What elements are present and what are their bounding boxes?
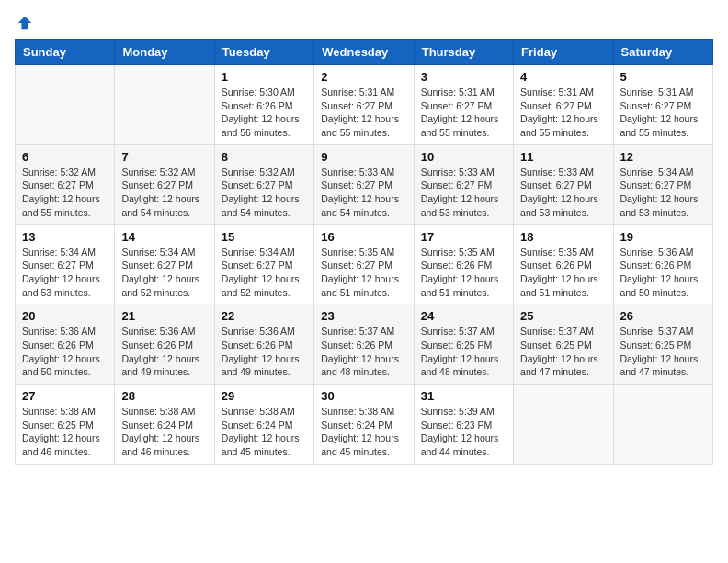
day-info: Sunrise: 5:37 AM Sunset: 6:25 PM Dayligh… [421,325,506,379]
day-info: Sunrise: 5:37 AM Sunset: 6:25 PM Dayligh… [520,325,606,379]
calendar-day-12: 12Sunrise: 5:34 AM Sunset: 6:27 PM Dayli… [613,144,712,224]
calendar-week-4: 20Sunrise: 5:36 AM Sunset: 6:26 PM Dayli… [16,304,713,385]
calendar-header-row: SundayMondayTuesdayWednesdayThursdayFrid… [16,40,713,65]
day-info: Sunrise: 5:38 AM Sunset: 6:25 PM Dayligh… [22,405,108,459]
day-number: 20 [22,309,108,323]
day-number: 2 [321,70,406,84]
calendar-day-16: 16Sunrise: 5:35 AM Sunset: 6:27 PM Dayli… [314,224,414,304]
calendar-day-9: 9Sunrise: 5:33 AM Sunset: 6:27 PM Daylig… [314,144,414,224]
day-number: 24 [421,309,506,323]
calendar-day-1: 1Sunrise: 5:30 AM Sunset: 6:26 PM Daylig… [214,65,313,145]
calendar-day-17: 17Sunrise: 5:35 AM Sunset: 6:26 PM Dayli… [414,224,513,304]
calendar-week-2: 6Sunrise: 5:32 AM Sunset: 6:27 PM Daylig… [16,144,713,224]
calendar-day-21: 21Sunrise: 5:36 AM Sunset: 6:26 PM Dayli… [115,304,214,385]
day-number: 29 [222,389,307,403]
day-info: Sunrise: 5:32 AM Sunset: 6:27 PM Dayligh… [22,166,108,220]
calendar-day-29: 29Sunrise: 5:38 AM Sunset: 6:24 PM Dayli… [214,385,313,465]
day-number: 11 [520,150,606,164]
day-number: 23 [321,309,406,323]
calendar-day-30: 30Sunrise: 5:38 AM Sunset: 6:24 PM Dayli… [314,385,414,465]
empty-cell [16,65,115,145]
calendar-day-25: 25Sunrise: 5:37 AM Sunset: 6:25 PM Dayli… [514,304,613,385]
day-info: Sunrise: 5:34 AM Sunset: 6:27 PM Dayligh… [222,246,307,300]
day-number: 30 [321,389,406,403]
day-info: Sunrise: 5:33 AM Sunset: 6:27 PM Dayligh… [321,166,406,220]
day-number: 8 [222,150,307,164]
column-header-tuesday: Tuesday [214,40,313,65]
calendar-day-19: 19Sunrise: 5:36 AM Sunset: 6:26 PM Dayli… [613,224,712,304]
empty-cell [514,385,613,465]
day-number: 10 [421,150,506,164]
calendar-week-3: 13Sunrise: 5:34 AM Sunset: 6:27 PM Dayli… [16,224,713,304]
calendar-day-14: 14Sunrise: 5:34 AM Sunset: 6:27 PM Dayli… [115,224,214,304]
calendar-day-3: 3Sunrise: 5:31 AM Sunset: 6:27 PM Daylig… [414,65,513,145]
day-info: Sunrise: 5:36 AM Sunset: 6:26 PM Dayligh… [222,325,307,379]
day-info: Sunrise: 5:37 AM Sunset: 6:26 PM Dayligh… [321,325,406,379]
day-number: 5 [620,70,706,84]
calendar-day-11: 11Sunrise: 5:33 AM Sunset: 6:27 PM Dayli… [514,144,613,224]
day-number: 13 [22,230,108,244]
calendar-day-18: 18Sunrise: 5:35 AM Sunset: 6:26 PM Dayli… [514,224,613,304]
day-number: 22 [222,309,307,323]
calendar-day-2: 2Sunrise: 5:31 AM Sunset: 6:27 PM Daylig… [314,65,414,145]
day-info: Sunrise: 5:39 AM Sunset: 6:23 PM Dayligh… [421,405,506,459]
calendar-day-27: 27Sunrise: 5:38 AM Sunset: 6:25 PM Dayli… [16,385,115,465]
day-number: 16 [321,230,406,244]
day-number: 6 [22,150,108,164]
day-info: Sunrise: 5:31 AM Sunset: 6:27 PM Dayligh… [620,86,706,140]
day-number: 17 [421,230,506,244]
column-header-thursday: Thursday [414,40,513,65]
column-header-monday: Monday [115,40,214,65]
day-number: 4 [520,70,606,84]
day-number: 15 [222,230,307,244]
day-info: Sunrise: 5:32 AM Sunset: 6:27 PM Dayligh… [222,166,307,220]
day-info: Sunrise: 5:34 AM Sunset: 6:27 PM Dayligh… [22,246,108,300]
day-number: 21 [121,309,207,323]
calendar-day-20: 20Sunrise: 5:36 AM Sunset: 6:26 PM Dayli… [16,304,115,385]
calendar-day-7: 7Sunrise: 5:32 AM Sunset: 6:27 PM Daylig… [115,144,214,224]
day-info: Sunrise: 5:36 AM Sunset: 6:26 PM Dayligh… [121,325,207,379]
day-info: Sunrise: 5:32 AM Sunset: 6:27 PM Dayligh… [121,166,207,220]
day-info: Sunrise: 5:38 AM Sunset: 6:24 PM Dayligh… [121,405,207,459]
day-number: 14 [121,230,207,244]
calendar-day-8: 8Sunrise: 5:32 AM Sunset: 6:27 PM Daylig… [214,144,313,224]
day-number: 27 [22,389,108,403]
calendar-week-5: 27Sunrise: 5:38 AM Sunset: 6:25 PM Dayli… [16,385,713,465]
calendar-day-10: 10Sunrise: 5:33 AM Sunset: 6:27 PM Dayli… [414,144,513,224]
calendar-day-24: 24Sunrise: 5:37 AM Sunset: 6:25 PM Dayli… [414,304,513,385]
calendar-day-13: 13Sunrise: 5:34 AM Sunset: 6:27 PM Dayli… [16,224,115,304]
empty-cell [115,65,214,145]
day-info: Sunrise: 5:34 AM Sunset: 6:27 PM Dayligh… [121,246,207,300]
column-header-sunday: Sunday [16,40,115,65]
day-info: Sunrise: 5:35 AM Sunset: 6:26 PM Dayligh… [520,246,606,300]
day-info: Sunrise: 5:35 AM Sunset: 6:26 PM Dayligh… [421,246,506,300]
svg-marker-0 [18,17,31,29]
page-header [15,15,713,31]
day-number: 31 [421,389,506,403]
empty-cell [613,385,712,465]
day-number: 28 [121,389,207,403]
day-info: Sunrise: 5:35 AM Sunset: 6:27 PM Dayligh… [321,246,406,300]
day-number: 1 [222,70,307,84]
day-info: Sunrise: 5:36 AM Sunset: 6:26 PM Dayligh… [22,325,108,379]
calendar-day-22: 22Sunrise: 5:36 AM Sunset: 6:26 PM Dayli… [214,304,313,385]
calendar-day-4: 4Sunrise: 5:31 AM Sunset: 6:27 PM Daylig… [514,65,613,145]
logo [15,15,35,31]
calendar-day-23: 23Sunrise: 5:37 AM Sunset: 6:26 PM Dayli… [314,304,414,385]
day-number: 3 [421,70,506,84]
day-info: Sunrise: 5:31 AM Sunset: 6:27 PM Dayligh… [321,86,406,140]
day-number: 25 [520,309,606,323]
calendar-day-28: 28Sunrise: 5:38 AM Sunset: 6:24 PM Dayli… [115,385,214,465]
day-info: Sunrise: 5:34 AM Sunset: 6:27 PM Dayligh… [620,166,706,220]
calendar-table: SundayMondayTuesdayWednesdayThursdayFrid… [15,39,713,465]
day-info: Sunrise: 5:38 AM Sunset: 6:24 PM Dayligh… [321,405,406,459]
day-number: 18 [520,230,606,244]
day-info: Sunrise: 5:30 AM Sunset: 6:26 PM Dayligh… [222,86,307,140]
calendar-day-26: 26Sunrise: 5:37 AM Sunset: 6:25 PM Dayli… [613,304,712,385]
calendar-day-6: 6Sunrise: 5:32 AM Sunset: 6:27 PM Daylig… [16,144,115,224]
day-number: 26 [620,309,706,323]
calendar-day-31: 31Sunrise: 5:39 AM Sunset: 6:23 PM Dayli… [414,385,513,465]
day-info: Sunrise: 5:36 AM Sunset: 6:26 PM Dayligh… [620,246,706,300]
day-info: Sunrise: 5:31 AM Sunset: 6:27 PM Dayligh… [421,86,506,140]
day-number: 12 [620,150,706,164]
